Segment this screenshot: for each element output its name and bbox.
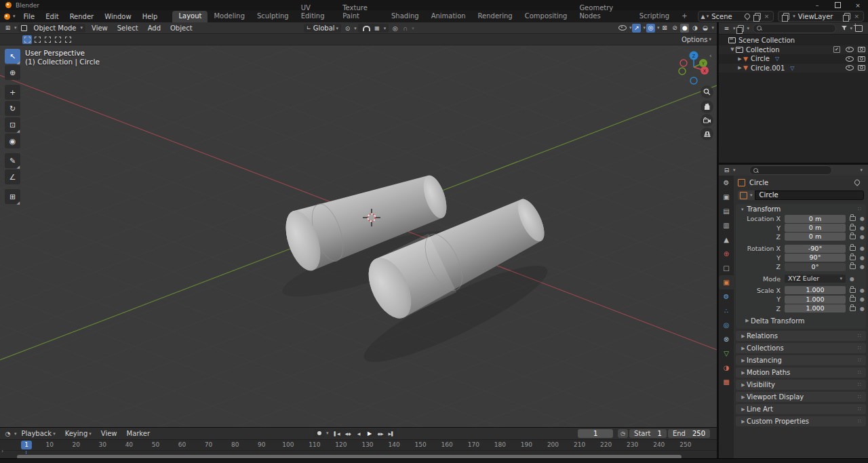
play-reverse-button[interactable]: ◀	[354, 429, 364, 437]
hide-eye-icon[interactable]	[846, 65, 854, 71]
disable-render-camera-icon[interactable]	[858, 47, 865, 52]
pivot-point-icon[interactable]: ⊙	[343, 24, 352, 33]
lock-icon[interactable]	[850, 216, 856, 221]
workspace-tab-shading[interactable]: Shading	[385, 11, 425, 22]
channel-expand-icon[interactable]: ›	[1, 448, 3, 454]
panel-relations[interactable]: ▶Relations∷	[736, 331, 866, 341]
current-frame-badge[interactable]: 1	[21, 441, 32, 449]
select-mode-extend[interactable]	[33, 35, 42, 44]
mode-dropdown[interactable]: Object Mode ▾	[18, 24, 86, 33]
timeline-menu-playback[interactable]: Playback▾	[17, 430, 60, 437]
shading-solid-icon[interactable]: ●	[680, 24, 689, 33]
workspace-tab-geometry-nodes[interactable]: Geometry Nodes	[573, 3, 633, 22]
viewport-canvas[interactable]: Z Y X User Perspective (1) Collection | …	[0, 45, 717, 427]
physics-properties-tab[interactable]: ◎	[719, 318, 734, 332]
menu-window[interactable]: Window	[99, 11, 136, 22]
editor-type-icon[interactable]: ⊟	[722, 166, 731, 175]
scene-selector[interactable]: ▲ ▾ Scene ×	[698, 11, 774, 22]
particles-properties-tab[interactable]: ∴	[719, 304, 734, 318]
value-field[interactable]: 0 m	[785, 233, 846, 241]
select-mode-intersect[interactable]	[63, 35, 73, 44]
animate-dot-icon[interactable]: ●	[860, 225, 865, 231]
shading-material-preview-icon[interactable]: ◑	[690, 24, 699, 33]
sidebar-toggle-icon[interactable]: ‹	[709, 52, 712, 59]
panel-collections[interactable]: ▶Collections∷	[736, 343, 866, 353]
disable-render-camera-icon[interactable]	[858, 56, 865, 62]
workspace-tab-compositing[interactable]: Compositing	[519, 11, 574, 22]
viewport-menu-select[interactable]: Select	[113, 24, 143, 32]
viewport-menu-view[interactable]: View	[87, 24, 113, 32]
annotate-tool[interactable]: ✎◢	[5, 153, 20, 168]
lock-icon[interactable]	[850, 235, 856, 239]
transform-panel-header[interactable]: ▾ Transform ∷	[736, 204, 866, 214]
collection-properties-tab[interactable]: □	[719, 261, 734, 275]
viewport-menu-add[interactable]: Add	[143, 24, 165, 32]
blender-menu-button[interactable]: ▾	[0, 14, 18, 20]
animate-dot-icon[interactable]: ●	[860, 255, 865, 261]
falloff-curve-icon[interactable]: ∩	[401, 24, 410, 33]
end-frame-field[interactable]: End 250	[668, 429, 710, 438]
panel-visibility[interactable]: ▶Visibility∷	[736, 380, 866, 390]
workspace-tab-+[interactable]: +	[675, 11, 693, 22]
jump-to-end-button[interactable]: ▶▌	[387, 429, 397, 437]
drag-handle-icon[interactable]: ∷	[858, 369, 862, 376]
workspace-tab-animation[interactable]: Animation	[425, 11, 472, 22]
panel-viewport-display[interactable]: ▶Viewport Display∷	[736, 392, 866, 402]
chevron-down-icon[interactable]: ▼	[729, 47, 736, 52]
workspace-tab-layout[interactable]: Layout	[172, 11, 208, 22]
menu-render[interactable]: Render	[64, 11, 100, 22]
new-scene-icon[interactable]	[755, 13, 761, 20]
camera-view-button[interactable]	[701, 114, 713, 127]
workspace-tab-modeling[interactable]: Modeling	[208, 11, 251, 22]
animate-dot-icon[interactable]: ●	[860, 216, 865, 222]
panel-custom-properties[interactable]: ▶Custom Properties∷	[736, 416, 866, 426]
editor-type-icon[interactable]: ◔	[3, 429, 12, 438]
panel-instancing[interactable]: ▶Instancing∷	[736, 355, 866, 365]
value-field[interactable]: 90°	[785, 254, 846, 262]
modifiers-properties-tab[interactable]: ⚙	[719, 289, 734, 304]
value-field[interactable]: -90°	[785, 245, 846, 253]
workspace-tab-rendering[interactable]: Rendering	[472, 11, 519, 22]
close-button[interactable]: ×	[848, 0, 868, 10]
restore-button[interactable]	[827, 0, 848, 10]
value-field[interactable]: 0 m	[785, 215, 846, 223]
drag-handle-icon[interactable]: ∷	[858, 345, 862, 351]
outliner-row-collection[interactable]: ▼Collection✓	[719, 45, 868, 55]
pin-icon[interactable]	[743, 12, 751, 20]
new-viewlayer-icon[interactable]	[844, 13, 850, 20]
snap-magnet-icon[interactable]	[363, 26, 370, 31]
delete-scene-icon[interactable]: ×	[763, 13, 771, 20]
select-mode-subtract[interactable]	[43, 35, 52, 44]
timeline-ruler[interactable]: 1 10203040506070809010011012013014015016…	[0, 440, 717, 451]
workspace-tab-texture-paint[interactable]: Texture Paint	[336, 3, 385, 22]
prev-keyframe-button[interactable]: ◀◆	[343, 429, 353, 437]
outliner-row-scene-collection[interactable]: Scene Collection	[719, 36, 868, 45]
output-properties-tab[interactable]: ▤	[719, 204, 734, 218]
menu-file[interactable]: File	[18, 11, 41, 22]
chevron-right-icon[interactable]: ▶	[736, 65, 743, 71]
viewlayer-selector[interactable]: ▾ ViewLayer ×	[778, 11, 864, 22]
drag-handle-icon[interactable]: ∷	[858, 357, 862, 363]
measure-tool[interactable]: ∠	[5, 169, 20, 184]
viewport-menu-object[interactable]: Object	[165, 24, 197, 32]
timeline-menu-keying[interactable]: Keying▾	[60, 430, 96, 437]
gizmos-toggle-icon[interactable]: ↗	[632, 24, 641, 33]
jump-to-start-button[interactable]: ▌◀	[332, 429, 342, 437]
panel-line-art[interactable]: ▶Line Art∷	[736, 404, 866, 414]
value-field[interactable]: 1.000	[785, 304, 846, 313]
outliner-row-circle-001[interactable]: ▶▼Circle.001▽	[719, 64, 868, 73]
animate-dot-icon[interactable]: ●	[860, 296, 865, 302]
outliner-row-circle[interactable]: ▶▼Circle▽	[719, 54, 868, 64]
minimize-button[interactable]: –	[807, 0, 827, 10]
horizontal-splitter[interactable]	[719, 163, 868, 165]
object-data-properties-tab[interactable]: ▽	[719, 346, 734, 361]
lock-icon[interactable]	[850, 288, 856, 293]
value-field[interactable]: 1.000	[785, 296, 846, 304]
timeline-menu-marker[interactable]: Marker	[122, 430, 155, 437]
animate-dot-icon[interactable]: ●	[860, 264, 865, 270]
world-properties-tab[interactable]: ⊕	[719, 247, 734, 261]
cursor-tool[interactable]: ⊕	[5, 65, 20, 80]
lock-icon[interactable]	[850, 306, 856, 311]
object-id-dropdown[interactable]: ▾	[738, 190, 755, 200]
drag-handle-icon[interactable]: ∷	[858, 406, 862, 412]
